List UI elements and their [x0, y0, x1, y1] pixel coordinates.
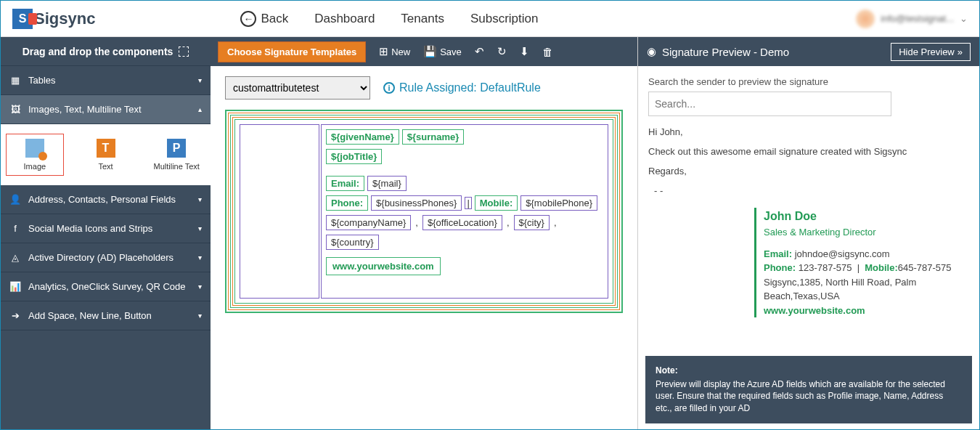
save-button[interactable]: 💾Save: [423, 45, 462, 58]
field-mobile-phone[interactable]: ${mobilePhone}: [520, 195, 597, 211]
field-job-title[interactable]: ${jobTitle}: [326, 149, 382, 164]
email-greeting: Hi John,: [648, 126, 969, 137]
sidebar-item-ad[interactable]: ◬ Active Directory (AD) Placeholders ▾: [1, 243, 211, 272]
sidebar-item-analytics[interactable]: 📊 Analytics, OneClick Survey, QR Code ▾: [1, 272, 211, 301]
grid-icon: [179, 46, 189, 57]
app-logo: S Sigsync: [12, 9, 95, 29]
facebook-icon: f: [9, 223, 21, 235]
preview-website: www.yourwebsite.com: [764, 304, 969, 318]
preview-phone: 123-787-575: [799, 262, 852, 273]
delete-button[interactable]: 🗑: [542, 46, 553, 58]
preview-title: Sales & Marketing Director: [764, 225, 969, 240]
download-button[interactable]: ⬇: [520, 45, 529, 58]
logo-icon: S: [12, 9, 33, 29]
person-icon: 👤: [9, 194, 21, 206]
top-nav: ← Back Dashboard Tenants Subscription: [240, 11, 538, 27]
chevron-down-icon: ▾: [198, 253, 202, 261]
label-email: Email:: [326, 176, 364, 191]
trash-icon: 🗑: [542, 46, 553, 58]
preview-email: johndoe@sigsync.com: [795, 248, 890, 259]
component-image[interactable]: Image: [7, 134, 63, 175]
field-office-location[interactable]: ${officeLocation}: [422, 215, 502, 230]
table-icon: ▦: [9, 75, 21, 86]
plus-icon: ⊞: [379, 45, 388, 58]
choose-templates-button[interactable]: Choose Signature Templates: [218, 41, 366, 62]
user-menu[interactable]: info@testsignat... ⌄: [856, 9, 968, 28]
email-regards: Regards,: [648, 166, 969, 177]
app-header: S Sigsync ← Back Dashboard Tenants Subsc…: [1, 1, 979, 37]
user-email: info@testsignat...: [881, 13, 954, 24]
separator-pipe: |: [465, 197, 471, 209]
label-phone: Phone:: [326, 195, 368, 211]
new-button[interactable]: ⊞New: [379, 45, 410, 58]
rule-assigned-link[interactable]: i Rule Assigned: DefaultRule: [383, 81, 541, 94]
nav-tenants[interactable]: Tenants: [401, 12, 444, 26]
preview-address: Sigsync,1385, North Hill Road, Palm Beac…: [764, 275, 969, 304]
template-select[interactable]: customattributetest: [225, 76, 370, 100]
multiline-component-icon: P: [167, 139, 186, 158]
sidebar-title: Drag and drop the components: [1, 37, 211, 66]
preview-note: Note: Preview will display the Azure AD …: [645, 356, 972, 423]
signature-canvas[interactable]: ${givenName} ${surname} ${jobTitle} Emai…: [225, 110, 623, 313]
email-dash: - -: [654, 185, 969, 196]
preview-panel: ◉ Signature Preview - Demo Hide Preview …: [638, 37, 979, 430]
chevron-right-icon: »: [957, 46, 963, 57]
redo-icon: ↻: [497, 45, 507, 58]
image-component-icon: [25, 139, 44, 158]
email-body-text: Check out this awesome email signature c…: [648, 146, 969, 157]
field-city[interactable]: ${city}: [514, 215, 550, 230]
preview-mobile: 645-787-575: [898, 262, 952, 273]
sidebar-item-address[interactable]: 👤 Address, Contacts, Personal Fields ▾: [1, 185, 211, 214]
chevron-down-icon: ▾: [198, 283, 202, 291]
redo-button[interactable]: ↻: [497, 45, 507, 58]
preview-search-input[interactable]: [648, 92, 891, 116]
user-avatar: [856, 9, 875, 28]
sidebar-item-images-text[interactable]: 🖼 Images, Text, Multiline Text ▴: [1, 95, 211, 124]
text-component-icon: T: [97, 139, 115, 158]
info-icon: i: [383, 82, 395, 94]
sidebar-item-space[interactable]: ➔ Add Space, New Line, Button ▾: [1, 301, 211, 330]
eye-icon: ◉: [647, 45, 656, 58]
ad-icon: ◬: [9, 252, 21, 264]
field-country[interactable]: ${country}: [326, 235, 379, 250]
preview-name: John Doe: [764, 208, 969, 225]
field-mail[interactable]: ${mail}: [367, 176, 407, 191]
nav-back[interactable]: ← Back: [240, 11, 288, 27]
logo-text: Sigsync: [34, 9, 95, 28]
chevron-down-icon: ▾: [198, 312, 202, 320]
analytics-icon: 📊: [9, 281, 21, 293]
hide-preview-button[interactable]: Hide Preview »: [891, 43, 971, 61]
nav-subscription[interactable]: Subscription: [470, 12, 539, 26]
back-arrow-icon: ←: [240, 11, 256, 27]
signature-preview-block: John Doe Sales & Marketing Director Emai…: [648, 208, 969, 317]
nav-dashboard[interactable]: Dashboard: [314, 12, 375, 26]
chevron-down-icon: ▾: [198, 224, 202, 232]
field-business-phones[interactable]: ${businessPhones}: [371, 195, 462, 211]
field-given-name[interactable]: ${givenName}: [326, 129, 399, 145]
chevron-down-icon: ▾: [198, 76, 202, 84]
label-mobile: Mobile:: [475, 195, 518, 211]
save-icon: 💾: [423, 45, 437, 58]
arrow-right-icon: ➔: [9, 310, 21, 322]
image-icon: 🖼: [9, 104, 21, 115]
components-sidebar: Drag and drop the components ▦ Tables ▾ …: [1, 37, 211, 430]
chevron-up-icon: ▴: [198, 105, 202, 113]
undo-icon: ↶: [475, 45, 484, 58]
preview-header: ◉ Signature Preview - Demo Hide Preview …: [638, 37, 979, 66]
rule-row: customattributetest i Rule Assigned: Def…: [211, 66, 637, 110]
search-label: Search the sender to preview the signatu…: [648, 76, 969, 87]
sidebar-item-social[interactable]: f Social Media Icons and Strips ▾: [1, 214, 211, 243]
image-placeholder-cell[interactable]: [240, 124, 319, 299]
field-surname[interactable]: ${surname}: [402, 129, 465, 145]
component-multiline[interactable]: P Multiline Text: [148, 134, 205, 175]
download-icon: ⬇: [520, 45, 529, 58]
fields-cell[interactable]: ${givenName} ${surname} ${jobTitle} Emai…: [321, 124, 608, 299]
chevron-down-icon: ▾: [198, 195, 202, 203]
undo-button[interactable]: ↶: [475, 45, 484, 58]
components-panel: Image T Text P Multiline Text: [1, 124, 211, 185]
chevron-down-icon: ⌄: [960, 13, 968, 24]
sidebar-item-tables[interactable]: ▦ Tables ▾: [1, 66, 211, 95]
component-text[interactable]: T Text: [78, 134, 134, 175]
field-company-name[interactable]: ${companyName}: [326, 215, 411, 230]
field-website[interactable]: www.yourwebsite.com: [326, 257, 441, 275]
